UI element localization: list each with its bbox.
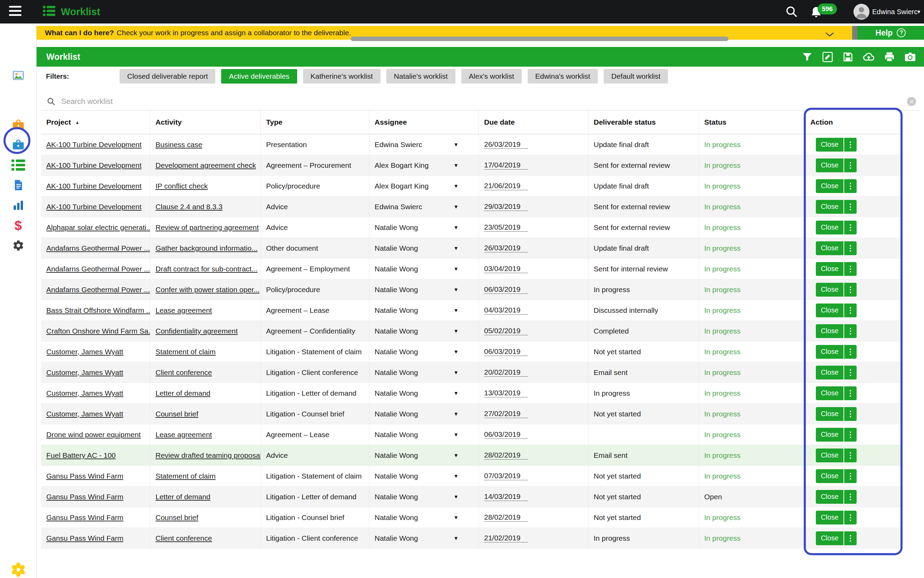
row-menu-button[interactable]: ⋮ [843, 490, 857, 504]
project-link[interactable]: AK-100 Turbine Development [46, 141, 142, 149]
assignee-dropdown-caret-icon[interactable]: ▼ [453, 473, 459, 479]
due-date-link[interactable]: 26/03/2019 [484, 140, 528, 149]
due-date-link[interactable]: 13/03/2019 [484, 389, 528, 398]
row-menu-button[interactable]: ⋮ [843, 511, 857, 524]
save-icon[interactable] [842, 51, 854, 63]
column-header-type[interactable]: Type [261, 110, 369, 134]
column-header-assignee[interactable]: Assignee [369, 110, 479, 134]
activity-link[interactable]: Confer with power station oper... [156, 286, 260, 294]
activity-link[interactable]: Counsel brief [156, 410, 198, 418]
assignee-dropdown-caret-icon[interactable]: ▼ [453, 162, 459, 168]
assignee-dropdown-caret-icon[interactable]: ▼ [453, 349, 459, 355]
camera-icon[interactable] [904, 51, 916, 63]
project-link[interactable]: AK-100 Turbine Development [46, 161, 142, 169]
close-button[interactable]: Close [816, 283, 843, 297]
edit-icon[interactable] [822, 51, 833, 63]
due-date-link[interactable]: 21/02/2019 [484, 534, 528, 542]
avatar[interactable] [854, 4, 869, 19]
activity-link[interactable]: Lease agreement [156, 306, 212, 315]
close-button[interactable]: Close [816, 386, 843, 400]
assignee-dropdown-caret-icon[interactable]: ▼ [453, 307, 459, 313]
project-link[interactable]: Customer, James Wyatt [46, 348, 124, 356]
project-link[interactable]: Andafarns Geothermal Power ... [46, 265, 150, 273]
user-menu-caret-icon[interactable]: ▼ [916, 9, 921, 15]
row-menu-button[interactable]: ⋮ [843, 221, 857, 234]
due-date-link[interactable]: 28/02/2019 [484, 451, 528, 459]
notifications-bell[interactable]: 596 [809, 5, 823, 21]
project-link[interactable]: Bass Strait Offshore Windfarm ... [46, 306, 150, 315]
close-button[interactable]: Close [816, 159, 843, 172]
assignee-dropdown-caret-icon[interactable]: ▼ [453, 183, 459, 189]
project-link[interactable]: Crafton Onshore Wind Farm Sa... [46, 327, 150, 335]
assignee-dropdown-caret-icon[interactable]: ▼ [453, 369, 459, 375]
row-menu-button[interactable]: ⋮ [843, 304, 857, 317]
sidebar-item-documents[interactable] [11, 177, 26, 193]
close-button[interactable]: Close [816, 531, 843, 545]
assignee-dropdown-caret-icon[interactable]: ▼ [453, 245, 459, 251]
project-link[interactable]: Fuel Battery AC - 100 [46, 451, 116, 459]
horizontal-scrollbar[interactable] [351, 37, 729, 41]
filter-button-4[interactable]: Alex's worklist [461, 69, 522, 84]
due-date-link[interactable]: 07/03/2019 [484, 472, 528, 480]
due-date-link[interactable]: 23/05/2019 [484, 223, 528, 232]
activity-link[interactable]: Gather background informatio... [156, 244, 257, 252]
assignee-dropdown-caret-icon[interactable]: ▼ [453, 266, 459, 272]
project-link[interactable]: Andafarns Geothermal Power ... [46, 244, 150, 252]
activity-link[interactable]: Review drafted teaming proposal [156, 451, 261, 459]
close-button[interactable]: Close [816, 200, 843, 214]
due-date-link[interactable]: 06/03/2019 [484, 347, 528, 356]
sidebar-item-worklist[interactable] [11, 157, 26, 173]
row-menu-button[interactable]: ⋮ [843, 262, 857, 276]
activity-link[interactable]: Client conference [156, 534, 212, 542]
close-button[interactable]: Close [816, 469, 843, 483]
close-button[interactable]: Close [816, 490, 843, 504]
close-button[interactable]: Close [816, 241, 843, 255]
due-date-link[interactable]: 27/02/2019 [484, 409, 528, 418]
activity-link[interactable]: Letter of demand [156, 389, 210, 398]
assignee-dropdown-caret-icon[interactable]: ▼ [453, 452, 459, 458]
row-menu-button[interactable]: ⋮ [843, 324, 857, 338]
due-date-link[interactable]: 05/02/2019 [484, 326, 528, 335]
project-link[interactable]: AK-100 Turbine Development [46, 182, 142, 190]
row-menu-button[interactable]: ⋮ [843, 469, 857, 483]
due-date-link[interactable]: 03/04/2019 [484, 265, 528, 273]
project-link[interactable]: Drone wind power equipment [46, 430, 141, 439]
activity-link[interactable]: Counsel brief [156, 513, 198, 522]
filter-button-0[interactable]: Closed deliverable report [120, 69, 215, 84]
filter-button-5[interactable]: Edwina's worklist [528, 69, 598, 84]
activity-link[interactable]: Clause 2.4 and 8.3.3 [156, 203, 223, 211]
due-date-link[interactable]: 17/04/2019 [484, 161, 528, 169]
project-link[interactable]: Andafarns Geothermal Power ... [46, 286, 150, 294]
assignee-dropdown-caret-icon[interactable]: ▼ [453, 494, 459, 500]
row-menu-button[interactable]: ⋮ [843, 241, 857, 255]
filter-button-1[interactable]: Active deliverables [221, 69, 297, 84]
activity-link[interactable]: Lease agreement [156, 430, 212, 439]
activity-link[interactable]: Confidentiality agreement [156, 327, 238, 335]
row-menu-button[interactable]: ⋮ [843, 138, 857, 152]
activity-link[interactable]: Client conference [156, 369, 212, 377]
column-header-project[interactable]: Project ▲ [41, 110, 150, 134]
row-menu-button[interactable]: ⋮ [843, 159, 857, 172]
activity-link[interactable]: Letter of demand [156, 493, 210, 501]
activity-link[interactable]: Statement of claim [156, 348, 216, 356]
close-button[interactable]: Close [816, 345, 843, 359]
close-button[interactable]: Close [816, 262, 843, 276]
close-button[interactable]: Close [816, 221, 843, 234]
project-link[interactable]: Customer, James Wyatt [46, 369, 124, 377]
print-icon[interactable] [883, 51, 895, 63]
row-menu-button[interactable]: ⋮ [843, 283, 857, 297]
assignee-dropdown-caret-icon[interactable]: ▼ [453, 224, 459, 230]
due-date-link[interactable]: 04/03/2019 [484, 306, 528, 315]
assignee-dropdown-caret-icon[interactable]: ▼ [453, 515, 459, 520]
clear-search-icon[interactable]: ✕ [907, 97, 916, 106]
activity-link[interactable]: Development agreement check [156, 161, 256, 169]
project-link[interactable]: Gansu Pass Wind Farm [46, 513, 124, 522]
column-header-status[interactable]: Status [699, 110, 805, 134]
assignee-dropdown-caret-icon[interactable]: ▼ [453, 204, 459, 209]
due-date-link[interactable]: 14/03/2019 [484, 492, 528, 501]
activity-link[interactable]: Business case [156, 141, 202, 149]
column-header-due-date[interactable]: Due date [479, 110, 589, 134]
column-header-activity[interactable]: Activity [150, 110, 261, 134]
assignee-dropdown-caret-icon[interactable]: ▼ [453, 411, 459, 417]
project-link[interactable]: Gansu Pass Wind Farm [46, 493, 124, 501]
